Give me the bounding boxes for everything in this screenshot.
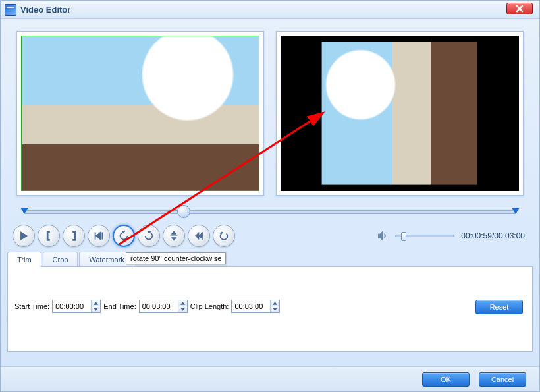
play-button[interactable] (13, 225, 35, 247)
rotate-ccw-icon (118, 230, 130, 242)
step-icon (193, 230, 205, 242)
cancel-button[interactable]: Cancel (479, 372, 526, 387)
start-time-spinner[interactable] (52, 300, 101, 313)
end-time-down[interactable] (178, 306, 187, 312)
edit-tabs: Trim Crop Watermark (7, 251, 533, 266)
clip-length-up[interactable] (271, 300, 279, 306)
bracket-open-icon (43, 230, 55, 242)
window-title: Video Editor (20, 5, 70, 14)
output-scene-placeholder (322, 42, 477, 184)
output-video-frame (281, 36, 519, 191)
volume-slider[interactable] (395, 235, 454, 237)
current-time: 00:00:59 (461, 231, 492, 240)
source-video-frame (21, 36, 259, 191)
timeline-playhead[interactable] (177, 205, 190, 218)
timeline-end-marker[interactable] (512, 208, 520, 214)
timeline-start-marker[interactable] (20, 208, 28, 214)
step-button[interactable] (188, 225, 210, 247)
source-preview (16, 31, 264, 196)
start-time-up[interactable] (92, 300, 100, 306)
goto-bracket-button[interactable] (88, 225, 110, 247)
trim-panel: Start Time: End Time: Clip Length: (7, 266, 533, 352)
undo-button[interactable] (213, 225, 235, 247)
playback-controls: 00:00:59/00:03:00 (1, 222, 539, 247)
ok-button[interactable]: OK (422, 372, 470, 387)
flip-vertical-button[interactable] (163, 225, 185, 247)
clip-length-spinner[interactable] (231, 300, 280, 313)
clip-length-down[interactable] (271, 306, 279, 312)
output-preview (276, 31, 524, 196)
video-editor-window: Video Editor (0, 0, 540, 392)
bracket-close-icon (68, 230, 80, 242)
rotate-ccw-button[interactable] (113, 225, 135, 247)
end-time-up[interactable] (178, 300, 187, 306)
timeline[interactable] (16, 205, 524, 221)
tab-trim[interactable]: Trim (7, 252, 41, 267)
source-scene-placeholder (22, 36, 259, 190)
bracket-play-icon (93, 230, 105, 242)
titlebar: Video Editor (1, 1, 539, 19)
start-time-input[interactable] (53, 300, 91, 312)
set-start-button[interactable] (38, 225, 60, 247)
clip-length-label: Clip Length: (190, 302, 229, 310)
preview-area (1, 19, 539, 201)
end-time-spinner[interactable] (139, 300, 188, 313)
end-time-label: End Time: (103, 302, 136, 310)
speaker-icon[interactable] (377, 230, 389, 242)
flip-vertical-icon (168, 230, 180, 242)
start-time-label: Start Time: (14, 302, 49, 310)
close-button[interactable] (506, 3, 533, 14)
clip-length-input[interactable] (232, 300, 270, 312)
time-display: 00:00:59/00:03:00 (461, 231, 525, 240)
timeline-track[interactable] (23, 210, 517, 214)
rotate-cw-button[interactable] (138, 225, 160, 247)
tab-crop[interactable]: Crop (43, 252, 78, 267)
app-icon (5, 4, 16, 16)
total-time: 00:03:00 (494, 231, 525, 240)
trim-fields: Start Time: End Time: Clip Length: (14, 300, 526, 313)
start-time-down[interactable] (92, 306, 100, 312)
volume-thumb[interactable] (401, 232, 406, 241)
play-icon (18, 230, 30, 242)
set-end-button[interactable] (63, 225, 85, 247)
rotate-ccw-tooltip: rotate 90° counter-clockwise (126, 252, 226, 264)
dialog-buttons: OK Cancel (1, 366, 539, 391)
rotate-cw-icon (143, 230, 155, 242)
end-time-input[interactable] (140, 300, 178, 312)
undo-icon (218, 230, 230, 242)
reset-button[interactable]: Reset (475, 300, 523, 314)
close-icon (516, 5, 524, 13)
